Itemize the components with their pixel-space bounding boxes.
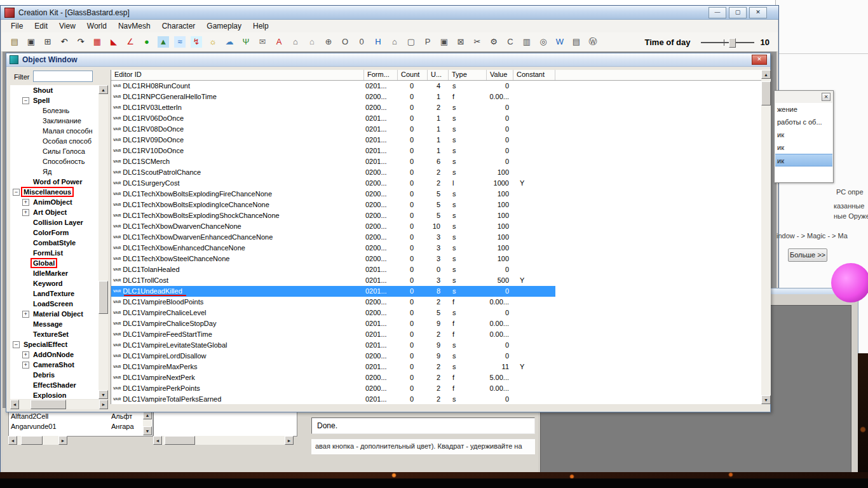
table-row[interactable]: VARDLC1VampireBloodPoints0200...02f0.00.… <box>111 297 761 308</box>
tree-item-global[interactable]: Global <box>10 258 98 268</box>
lights-icon[interactable]: ☼ <box>207 36 219 48</box>
target-icon[interactable]: ◎ <box>538 36 549 48</box>
tree-item-miscellaneous[interactable]: −Miscellaneous <box>10 187 98 197</box>
scroll-right-button[interactable]: ► <box>58 436 67 445</box>
tree-item-word-of-power[interactable]: Word of Power <box>10 177 98 187</box>
tree-item-loadscreen[interactable]: LoadScreen <box>10 299 98 309</box>
snap-to-angle-icon[interactable]: ◣ <box>108 36 119 48</box>
havok-icon[interactable]: H <box>372 36 384 48</box>
table-row[interactable]: VARDLC1RV09DoOnce0201...01s0 <box>111 135 761 146</box>
scroll-track[interactable] <box>761 79 771 395</box>
table-row[interactable]: VARDLC1VampireLordDisallow0200...09s0 <box>111 351 761 362</box>
object-window-icon[interactable]: ▤ <box>571 36 582 48</box>
tree-item-landtexture[interactable]: LandTexture <box>10 288 98 299</box>
table-row[interactable]: VARDLC1TechXbowBoltsExplodingFireChanceN… <box>111 189 761 200</box>
warnings-icon[interactable]: W <box>554 36 566 48</box>
table-row[interactable]: VARDLC1VampireNextPerk0200...02f5.00... <box>111 372 761 383</box>
expander-icon[interactable]: + <box>22 351 29 358</box>
table-row[interactable]: VARDLC1SurgeryCost0200...02l1000Y <box>111 178 761 189</box>
table-row[interactable]: VARDLC1TechXbowBoltsExplodingIceChanceNo… <box>111 200 761 210</box>
grass-icon[interactable]: Ψ <box>240 36 252 48</box>
scroll-down-button[interactable]: ▼ <box>143 426 152 435</box>
expander-icon[interactable]: + <box>22 209 29 216</box>
expander-icon[interactable]: + <box>22 199 29 206</box>
table-row[interactable]: VARDLC1VampireChaliceStopDay0201...09f0.… <box>111 318 761 329</box>
scroll-right-button[interactable]: ► <box>285 436 294 445</box>
expander-icon[interactable]: − <box>13 189 20 196</box>
world-icon[interactable]: ▲ <box>158 36 169 48</box>
title-bar[interactable]: Creation Kit - [GlassBastard.esp] — ▢ ✕ <box>1 6 778 20</box>
table-row[interactable]: VARDLC1SCMerch0201...06s0 <box>111 156 761 167</box>
table-row[interactable]: VARDLC1RNPCGeneralHelloTime0200...01f0.0… <box>111 92 761 102</box>
preview-window-icon[interactable]: ▣ <box>438 36 450 48</box>
dialog-list-item[interactable]: ик <box>775 154 832 166</box>
tree-item-особая-способ[interactable]: Особая способ <box>10 136 98 146</box>
snap-to-reference-icon[interactable]: ∠ <box>125 36 136 48</box>
furniture-marker-icon[interactable]: ⌂ <box>290 36 301 48</box>
scroll-track[interactable] <box>143 419 152 426</box>
table-row[interactable]: VARDLC1TechXbowDwarvenEnhancedChanceNone… <box>111 232 761 243</box>
tree-item-combatstyle[interactable]: CombatStyle <box>10 238 98 248</box>
tree-item-idlemarker[interactable]: IdleMarker <box>10 268 98 278</box>
column-header-value[interactable]: Value <box>487 70 513 80</box>
table-row[interactable]: VARDLC1VampireMaxPerks0201...02s11Y <box>111 362 761 372</box>
table-scrollbar[interactable]: ▲ ▼ <box>761 70 771 404</box>
dialog-close-button[interactable]: ✕ <box>822 93 831 101</box>
filter-input[interactable] <box>33 71 93 82</box>
close-box-icon[interactable]: ⊠ <box>455 36 466 48</box>
tree-item-animobject[interactable]: +AnimObject <box>10 197 98 207</box>
occlusion-icon[interactable]: O <box>339 36 351 48</box>
tree-item-specialeffect[interactable]: −SpecialEffect <box>10 339 98 349</box>
tree-item-formlist[interactable]: FormList <box>10 248 98 258</box>
table-row[interactable]: VARDLC1VampireLevitateStateGlobal0201...… <box>111 340 761 351</box>
table-row[interactable]: VARDLC1VampireChaliceLevel0200...05s0 <box>111 308 761 318</box>
menu-help[interactable]: Help <box>247 20 275 32</box>
scroll-right-button[interactable]: ► <box>99 400 108 409</box>
scroll-track[interactable] <box>162 436 285 445</box>
dialog-list-item[interactable]: жение <box>775 103 832 116</box>
scroll-left-button[interactable]: ◄ <box>153 436 162 445</box>
taskbar[interactable] <box>0 478 868 488</box>
tree-item-addonnode[interactable]: +AddOnNode <box>10 349 98 360</box>
whats-this-icon[interactable]: Ⓦ <box>587 36 599 48</box>
table-row[interactable]: VARDLC1TechXbowBoltsExplodingShockChance… <box>111 210 761 221</box>
tree-item-camerashot[interactable]: +CameraShot <box>10 360 98 370</box>
tree-item-заклинание[interactable]: Заклинание <box>10 116 98 126</box>
time-of-day-slider[interactable] <box>701 37 754 47</box>
column-header-count[interactable]: Count <box>398 70 428 80</box>
table-row[interactable]: VARDLC1RV06DoOnce0201...01s0 <box>111 113 761 124</box>
table-row[interactable]: VARDLC1TolanHealed0201...00s0 <box>111 264 761 275</box>
scroll-track[interactable] <box>19 400 99 409</box>
table-row[interactable]: VARDLC1TechXbowEnhancedChanceNone0200...… <box>111 243 761 254</box>
table-row[interactable]: VARDLC1VampireTotalPerksEarned0201...02s… <box>111 394 761 404</box>
tree-item-colorform[interactable]: ColorForm <box>10 227 98 238</box>
object-window-close-button[interactable]: ✕ <box>752 55 767 65</box>
table-row[interactable]: VARDLC1TechXbowSteelChanceNone0200...03s… <box>111 254 761 264</box>
scroll-thumb[interactable] <box>31 400 66 409</box>
scroll-up-button[interactable]: ▲ <box>98 85 108 94</box>
cell-list-hscrollbar[interactable]: ◄ ► <box>8 436 67 445</box>
cell-detail-pane[interactable] <box>153 410 297 437</box>
scroll-track[interactable] <box>98 94 108 390</box>
sky-icon[interactable]: ☁ <box>224 36 235 48</box>
menu-view[interactable]: View <box>53 20 81 32</box>
menu-navmesh[interactable]: NavMesh <box>112 20 156 32</box>
cell-detail-hscrollbar[interactable]: ◄ ► <box>153 436 294 445</box>
tree-hscrollbar[interactable]: ◄ ► <box>10 400 108 409</box>
open-icon[interactable]: ▤ <box>9 36 20 48</box>
scroll-thumb[interactable] <box>165 436 195 445</box>
table-row[interactable]: VARDLC1RH08RunCount0201...04s0 <box>111 81 761 92</box>
tree-item-textureset[interactable]: TextureSet <box>10 329 98 339</box>
redo-icon[interactable]: ↷ <box>75 36 86 48</box>
expander-icon[interactable]: + <box>22 311 29 318</box>
column-header-type[interactable]: Type <box>449 70 487 80</box>
tree-item-effectshader[interactable]: EffectShader <box>10 380 98 390</box>
tree-item-message[interactable]: Message <box>10 319 98 329</box>
column-header-form[interactable]: Form... <box>364 70 398 80</box>
table-row[interactable]: VARDLC1TrollCost0201...03s500Y <box>111 275 761 286</box>
scissors-icon[interactable]: ✂ <box>471 36 483 48</box>
table-row[interactable]: VARDLC1RV10DoOnce0201...01s0 <box>111 146 761 156</box>
hotload-icon[interactable]: ↯ <box>191 36 202 48</box>
more-button[interactable]: Больше >> <box>788 248 827 262</box>
scroll-left-button[interactable]: ◄ <box>8 436 17 445</box>
